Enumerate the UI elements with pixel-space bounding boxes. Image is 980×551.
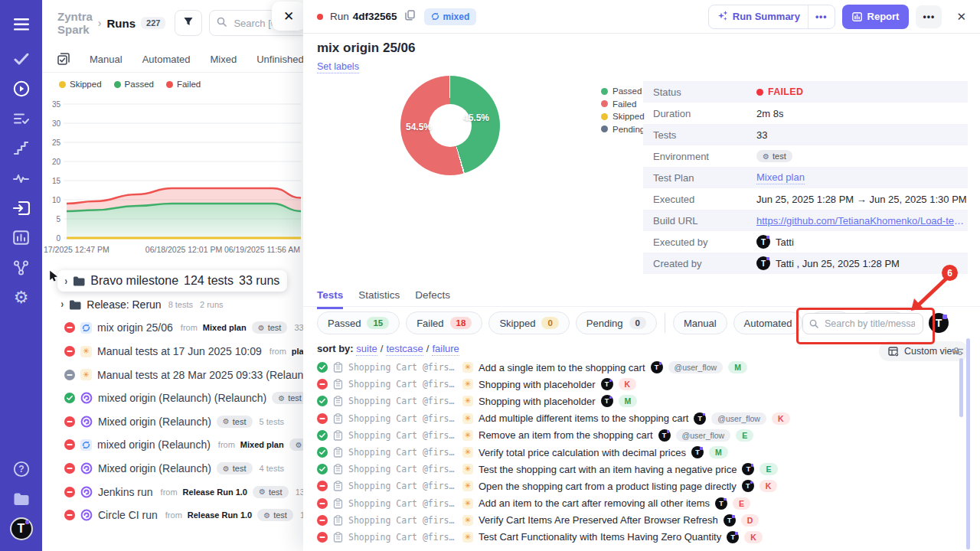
tests-search-box[interactable]: [802, 313, 923, 334]
report-button[interactable]: Report: [842, 5, 910, 29]
test-suite: Shopping Cart @first…: [348, 515, 457, 526]
test-row[interactable]: Shopping Cart @first…✳Verify total price…: [317, 444, 960, 461]
run-summary-button[interactable]: Run Summary •••: [708, 5, 835, 29]
filter-chip-skipped[interactable]: Skipped0: [488, 311, 569, 334]
test-row[interactable]: Shopping Cart @first…✳Test Cart Function…: [317, 529, 960, 546]
search-icon: [809, 319, 818, 328]
person-name: Tatti , Jun 25, 2025 1:28 PM: [776, 258, 900, 269]
runs-tab-unfinished[interactable]: Unfinished: [256, 54, 303, 65]
run-plan[interactable]: Mixed plan: [240, 440, 284, 449]
run-name: mixed origin (Relaunch): [97, 439, 211, 451]
reports-icon[interactable]: [0, 223, 42, 253]
test-row[interactable]: Shopping Cart @first…✳Test the shopping …: [317, 461, 960, 478]
run-row[interactable]: mix origin 25/06fromMixed plan⚙test33 te…: [42, 316, 303, 340]
settings-gear-icon[interactable]: ⚙: [0, 282, 42, 312]
help-icon[interactable]: ?: [0, 454, 42, 484]
run-row[interactable]: mixed origin (Relaunch) (Relaunch)⚙test: [42, 386, 303, 410]
chevron-right-icon[interactable]: ›: [60, 298, 63, 311]
test-row[interactable]: Shopping Cart @first…✳Add an item to the…: [317, 495, 960, 512]
owner-avatar: T: [651, 361, 663, 373]
sort-link-suite[interactable]: suite: [356, 343, 377, 356]
passed-status-icon: [64, 393, 75, 403]
manual-test-icon: ✳: [462, 515, 473, 526]
copy-run-id-button[interactable]: [405, 10, 415, 24]
milestones-icon[interactable]: [0, 133, 42, 163]
owner-avatar: T: [742, 463, 754, 475]
tests-list-scrollbar[interactable]: [959, 358, 963, 417]
more-actions-button[interactable]: •••: [916, 5, 942, 28]
breadcrumb-project[interactable]: Zyntra Spark: [57, 10, 93, 36]
filter-button[interactable]: [175, 10, 202, 36]
test-row[interactable]: Shopping Cart @first…✳Verify Cart Items …: [317, 512, 960, 529]
run-from: from: [270, 347, 286, 356]
sort-link-testcase[interactable]: testcase: [386, 343, 423, 356]
test-suite: Shopping Cart @first…: [348, 396, 457, 406]
gear-icon: ⚙: [259, 487, 266, 496]
custom-view-label: Custom view: [904, 346, 959, 357]
tests-search-input[interactable]: [823, 318, 916, 330]
clipboard-icon: [333, 532, 343, 543]
test-cases-icon[interactable]: [0, 44, 42, 73]
test-title: Remove an item from the shopping cart: [479, 429, 653, 441]
filter-chip-failed[interactable]: Failed18: [406, 311, 482, 334]
run-plan[interactable]: plan 1: [292, 347, 303, 356]
activity-icon[interactable]: [0, 163, 42, 193]
test-row[interactable]: Shopping Cart @first…✳Shopping with plac…: [317, 376, 960, 393]
donut-legend: PassedFailedSkippedPending: [601, 85, 645, 135]
user-avatar[interactable]: T: [0, 514, 42, 543]
select-all-icon[interactable]: [57, 53, 70, 65]
runs-folder-row[interactable]: ›Bravo milestone124 tests33 runs: [42, 269, 303, 293]
run-detail-header: Run 4df32565 mixed Run Summary •••: [303, 0, 980, 34]
clipboard-icon: [333, 498, 343, 509]
folder-meta: 8 tests: [168, 300, 193, 309]
test-label-pill: @user_flow: [711, 412, 766, 425]
menu-icon[interactable]: [0, 9, 42, 39]
launches-icon[interactable]: [0, 193, 42, 223]
test-runs-icon[interactable]: [0, 73, 42, 103]
run-row[interactable]: Circle CI runfromRelease Run 1.0⚙test13 …: [42, 504, 303, 527]
runs-tab-automated[interactable]: Automated: [142, 54, 191, 65]
test-row[interactable]: Shopping Cart @first…✳Add multiple diffe…: [317, 410, 960, 427]
detail-close-button[interactable]: ✕: [953, 7, 969, 27]
panel-scrollbar[interactable]: [966, 338, 970, 549]
runs-folder-row[interactable]: ›Release: Rerun8 tests2 runs: [42, 293, 303, 317]
projects-folder-icon[interactable]: [0, 484, 42, 514]
automated-run-icon: [80, 462, 93, 474]
filter-chip-passed[interactable]: Passed15: [317, 311, 400, 334]
run-row[interactable]: Jenkins runfromRelease Run 1.0⚙test13 te…: [42, 480, 303, 504]
run-row[interactable]: ✳Manual tests at 28 Mar 2025 09:33 (Rela…: [42, 363, 303, 386]
sort-link-failure[interactable]: failure: [432, 343, 459, 356]
runs-tab-mixed[interactable]: Mixed: [211, 54, 237, 65]
chevron-right-icon[interactable]: ›: [64, 275, 67, 288]
test-row[interactable]: Shopping Cart @first…✳Remove an item fro…: [317, 427, 960, 444]
person-name: Tatti: [776, 236, 794, 248]
run-row[interactable]: Mixed origin (Relaunch)⚙test5 tests: [42, 410, 303, 434]
run-plan[interactable]: Release Run 1.0: [188, 510, 252, 520]
test-row[interactable]: Shopping Cart @first…✳Add a single item …: [317, 359, 960, 376]
folder-icon: [73, 276, 85, 286]
popover-close-button[interactable]: ✕: [272, 2, 303, 31]
run-row[interactable]: ✳Manual tests at 17 Jun 2025 10:09frompl…: [42, 340, 303, 364]
run-summary-more-icon[interactable]: •••: [808, 5, 835, 28]
test-plans-icon[interactable]: [0, 103, 42, 133]
view-settings-icon[interactable]: [952, 346, 964, 360]
test-suite: Shopping Cart @first…: [348, 379, 457, 390]
filter-chip-manual[interactable]: Manual: [673, 311, 727, 334]
test-row[interactable]: Shopping Cart @first…✳Shopping with plac…: [317, 393, 960, 409]
run-row[interactable]: mixed origin (Relaunch)fromMixed plan⚙te…: [42, 433, 303, 457]
legend-item-skipped: Skipped: [59, 80, 102, 89]
filter-chip-automated[interactable]: Automated: [733, 311, 803, 334]
failed-status-icon: [64, 439, 75, 450]
run-plan[interactable]: Mixed plan: [203, 323, 247, 332]
integrations-icon[interactable]: [0, 253, 42, 282]
set-labels-link[interactable]: Set labels: [317, 61, 359, 73]
manual-test-icon: ✳: [462, 532, 473, 543]
assignee-avatar[interactable]: T: [929, 313, 949, 333]
build-url-link[interactable]: https://github.com/TetianaKhomenko/Load-…: [756, 215, 968, 227]
test-plan-link[interactable]: Mixed plan: [756, 171, 805, 184]
runs-tab-manual[interactable]: Manual: [90, 54, 122, 65]
filter-chip-pending[interactable]: Pending0: [576, 311, 657, 334]
run-plan[interactable]: Release Run 1.0: [183, 487, 247, 497]
run-row[interactable]: Mixed origin (Relaunch)⚙test4 tests: [42, 457, 303, 481]
test-row[interactable]: Shopping Cart @first…✳Open the shopping …: [317, 478, 960, 494]
